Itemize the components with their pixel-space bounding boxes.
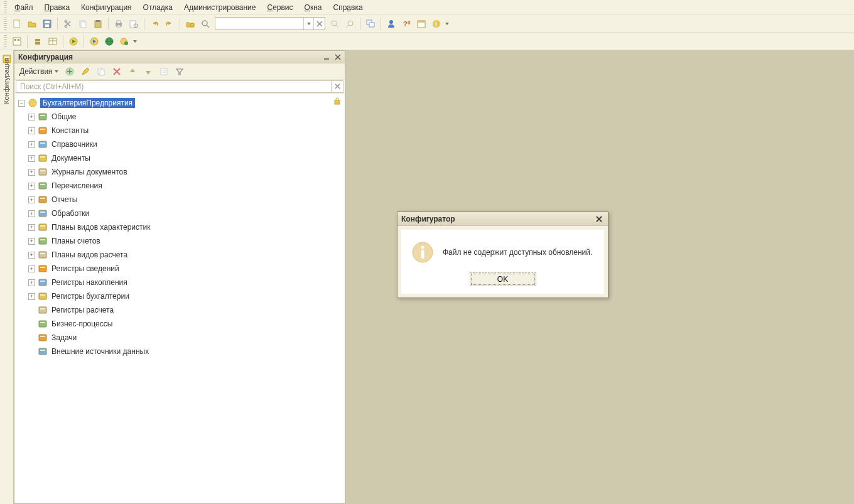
tree-item[interactable]: Бизнес-процессы xyxy=(14,317,345,331)
search-dropdown-icon[interactable] xyxy=(303,18,313,29)
tree-root[interactable]: − БухгалтерияПредприятия xyxy=(14,96,345,110)
expand-icon[interactable]: + xyxy=(28,224,35,231)
module-icon[interactable] xyxy=(10,35,24,48)
menu-config[interactable]: Конфигурация xyxy=(75,2,138,13)
menu-service[interactable]: СервисСервис xyxy=(261,2,298,13)
panel-close-icon[interactable] xyxy=(333,52,343,62)
find-folder-icon[interactable] xyxy=(183,17,197,31)
tree-item[interactable]: +Общие xyxy=(14,110,345,124)
dialog-close-icon[interactable] xyxy=(594,214,604,224)
sort-icon[interactable] xyxy=(157,65,171,78)
paste-icon[interactable] xyxy=(91,17,105,31)
tree-item[interactable]: Задачи xyxy=(14,331,345,345)
table-icon[interactable] xyxy=(46,35,60,48)
menu-file[interactable]: ФФайлайл xyxy=(9,2,39,13)
tree-item[interactable]: +Регистры накопления xyxy=(14,276,345,289)
tree-search-clear-icon[interactable] xyxy=(331,80,343,93)
user-icon[interactable] xyxy=(384,17,398,31)
find-next-icon[interactable] xyxy=(328,17,342,31)
menu-windows[interactable]: ОкнаОкна xyxy=(299,2,328,13)
syntax-check-icon[interactable]: ?⁰ xyxy=(399,17,413,31)
tree-item[interactable]: +Перечисления xyxy=(14,179,345,193)
globe-run-icon[interactable] xyxy=(117,35,131,48)
collapse-icon[interactable]: − xyxy=(18,100,25,107)
expand-icon[interactable]: + xyxy=(28,155,35,162)
menu-debug[interactable]: Отладка xyxy=(138,2,178,13)
calendar-icon[interactable] xyxy=(414,17,428,31)
print-icon[interactable] xyxy=(112,17,126,31)
open-folder-icon[interactable] xyxy=(25,17,39,31)
panel-minimize-icon[interactable] xyxy=(322,52,332,62)
actions-dropdown[interactable]: Действия xyxy=(17,67,61,76)
config-tree[interactable]: − БухгалтерияПредприятия +Общие+Констант… xyxy=(14,94,345,503)
expand-icon[interactable]: + xyxy=(28,114,35,121)
find-prev-icon[interactable] xyxy=(343,17,357,31)
toolbar-search-input[interactable] xyxy=(215,18,303,29)
tree-node-icon xyxy=(38,222,48,232)
debug-run-icon[interactable] xyxy=(87,35,101,48)
svg-rect-33 xyxy=(18,39,19,41)
expand-icon[interactable]: + xyxy=(28,265,35,272)
save-icon[interactable] xyxy=(40,17,54,31)
expand-icon[interactable]: + xyxy=(28,196,35,203)
print-preview-icon[interactable] xyxy=(127,17,141,31)
expand-icon[interactable]: + xyxy=(28,141,35,148)
tree-item[interactable]: Внешние источники данных xyxy=(14,345,345,358)
windows-icon[interactable] xyxy=(364,17,377,31)
search-clear-icon[interactable] xyxy=(313,18,325,29)
tree-item[interactable]: +Обработки xyxy=(14,206,345,220)
dialog-message-text: Файл не содержит доступных обновлений. xyxy=(443,248,592,257)
tree-item-label: Регистры бухгалтерии xyxy=(50,291,131,301)
magnifier-icon[interactable] xyxy=(198,17,212,31)
expand-icon[interactable]: + xyxy=(28,210,35,217)
svg-rect-101 xyxy=(40,322,45,323)
undo-icon[interactable] xyxy=(148,17,161,31)
expand-icon[interactable]: + xyxy=(28,183,35,190)
expand-icon[interactable]: + xyxy=(28,252,35,259)
tree-item[interactable]: +Планы видов характеристик xyxy=(14,220,345,234)
new-file-icon[interactable] xyxy=(10,17,24,31)
expand-icon[interactable]: + xyxy=(28,127,35,134)
tree-item[interactable]: Регистры расчета xyxy=(14,303,345,317)
edit-icon[interactable] xyxy=(78,65,92,78)
tree-item[interactable]: +Справочники xyxy=(14,137,345,151)
globe-icon[interactable] xyxy=(102,35,116,48)
copy-icon[interactable] xyxy=(76,17,90,31)
dialog-titlebar[interactable]: Конфигуратор xyxy=(397,212,608,226)
tree-node-icon xyxy=(38,112,48,122)
filter-icon[interactable] xyxy=(173,65,186,78)
cut-icon[interactable] xyxy=(61,17,75,31)
menu-help[interactable]: СправкаСправка xyxy=(327,2,368,13)
run-icon[interactable] xyxy=(67,35,80,48)
tree-item[interactable]: +Отчеты xyxy=(14,193,345,206)
tree-item[interactable]: +Константы xyxy=(14,124,345,137)
move-down-icon[interactable] xyxy=(141,65,155,78)
expand-icon[interactable]: + xyxy=(28,279,35,286)
expand-placeholder xyxy=(28,321,35,328)
side-tab[interactable]: Конфигурация xyxy=(0,50,14,504)
expand-icon[interactable]: + xyxy=(28,169,35,176)
tree-item[interactable]: +Документы xyxy=(14,151,345,165)
info-icon[interactable]: i xyxy=(430,17,443,31)
tree-search-input[interactable] xyxy=(16,80,331,93)
move-up-icon[interactable] xyxy=(126,65,139,78)
redo-icon[interactable] xyxy=(163,17,176,31)
copy-item-icon[interactable] xyxy=(94,65,108,78)
tree-item[interactable]: +Регистры сведений xyxy=(14,262,345,276)
add-icon[interactable] xyxy=(63,65,77,78)
tree-item[interactable]: +Планы видов расчета xyxy=(14,248,345,262)
tree-node-icon xyxy=(38,319,48,329)
toolbar-overflow-icon[interactable] xyxy=(445,23,449,25)
dialog-ok-button[interactable]: OK xyxy=(470,272,536,286)
tree-item[interactable]: +Журналы документов xyxy=(14,165,345,179)
menu-edit[interactable]: ПравкаПравка xyxy=(39,2,76,13)
expand-icon[interactable]: + xyxy=(28,238,35,245)
toolbar-search-box xyxy=(215,17,325,30)
expand-icon[interactable]: + xyxy=(28,293,35,300)
db-icon[interactable] xyxy=(31,35,45,48)
tree-item[interactable]: +Планы счетов xyxy=(14,234,345,248)
delete-icon[interactable] xyxy=(110,65,124,78)
toolbar-overflow-icon[interactable] xyxy=(133,40,137,43)
menu-admin[interactable]: Администрирование xyxy=(178,2,261,13)
tree-item[interactable]: +Регистры бухгалтерии xyxy=(14,289,345,303)
